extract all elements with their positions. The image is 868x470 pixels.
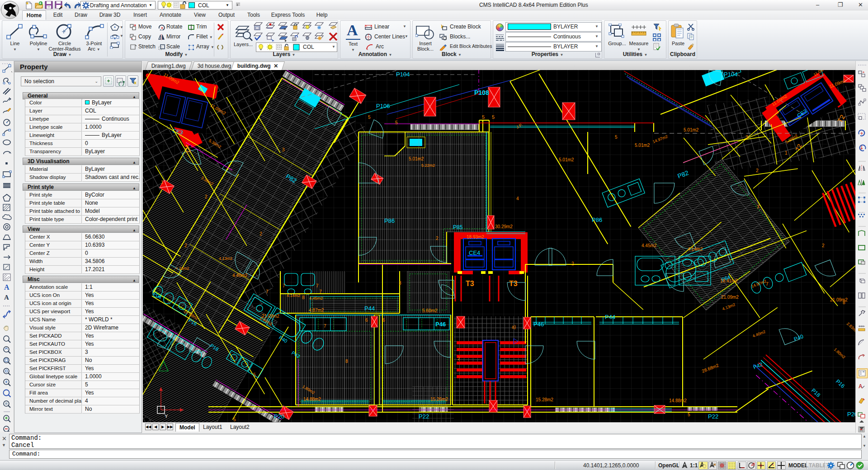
svg-text:7: 7 — [319, 289, 322, 294]
svg-text:< 13m2: < 13m2 — [175, 266, 189, 271]
svg-text:4.14m2: 4.14m2 — [287, 293, 300, 298]
svg-text:T3: T3 — [466, 280, 474, 287]
svg-text:7: 7 — [316, 283, 319, 288]
svg-text:5: 5 — [688, 412, 690, 417]
svg-text:5.01m2: 5.01m2 — [409, 156, 424, 161]
svg-text:21.09m2: 21.09m2 — [721, 295, 739, 300]
svg-text:15.28m2: 15.28m2 — [536, 397, 553, 402]
svg-text:P108: P108 — [474, 89, 489, 96]
svg-text:2: 2 — [184, 243, 187, 248]
svg-text:6: 6 — [382, 318, 385, 323]
svg-text:2: 2 — [756, 168, 759, 173]
svg-text:3: 3 — [282, 147, 285, 152]
svg-text:P46: P46 — [435, 321, 446, 328]
svg-text:P104: P104 — [396, 71, 410, 78]
svg-text:P86: P86 — [592, 216, 602, 223]
svg-text:a): a) — [512, 324, 516, 329]
svg-text:14.88m2: 14.88m2 — [303, 397, 321, 402]
svg-text:2: 2 — [205, 194, 208, 199]
svg-text:14.88m2: 14.88m2 — [669, 398, 687, 403]
svg-text:6: 6 — [365, 318, 368, 323]
svg-text:5.01m2: 5.01m2 — [684, 127, 699, 132]
svg-text:4.87m2: 4.87m2 — [309, 308, 324, 313]
svg-text:18.41m2: 18.41m2 — [720, 278, 738, 283]
svg-text:5.22m2: 5.22m2 — [421, 163, 435, 168]
svg-text:P86: P86 — [384, 217, 395, 224]
svg-text:2: 2 — [259, 231, 262, 236]
svg-text:2: 2 — [458, 356, 460, 361]
svg-text:7: 7 — [324, 324, 326, 329]
svg-text:7: 7 — [766, 282, 769, 287]
svg-text:Y: Y — [165, 414, 168, 419]
svg-text:5: 5 — [368, 115, 371, 120]
svg-text:7: 7 — [283, 283, 285, 288]
svg-text:P44: P44 — [605, 314, 615, 320]
svg-text:30.29m2: 30.29m2 — [495, 224, 513, 229]
svg-text:P106: P106 — [376, 103, 390, 109]
svg-text:5: 5 — [233, 417, 236, 422]
svg-text:2: 2 — [822, 243, 825, 248]
svg-text:1: 1 — [161, 180, 164, 185]
svg-text:1: 1 — [785, 150, 788, 155]
svg-text:15.26m2: 15.26m2 — [430, 397, 448, 402]
svg-text:5.01m2: 5.01m2 — [559, 157, 574, 162]
svg-text:5: 5 — [482, 114, 485, 120]
svg-text:5: 5 — [615, 135, 618, 140]
svg-text:4.45m2: 4.45m2 — [309, 296, 323, 301]
svg-text:P20: P20 — [274, 413, 284, 420]
svg-text:21.09m2: 21.09m2 — [262, 314, 279, 319]
svg-text:P22: P22 — [708, 413, 718, 420]
svg-text:3: 3 — [757, 204, 760, 209]
svg-text:A: A — [4, 294, 9, 301]
svg-text:8: 8 — [843, 300, 845, 305]
svg-text:P46: P46 — [533, 321, 544, 328]
svg-text:4.40m2: 4.40m2 — [232, 273, 248, 278]
svg-text:2: 2 — [571, 261, 574, 266]
svg-text:P44: P44 — [364, 305, 375, 312]
svg-text:18.93m2: 18.93m2 — [467, 235, 484, 240]
svg-text:7: 7 — [266, 289, 269, 294]
svg-text:3: 3 — [745, 135, 748, 140]
svg-text:8: 8 — [345, 359, 348, 364]
svg-text:4.45m2: 4.45m2 — [642, 243, 657, 248]
svg-text:P22: P22 — [419, 413, 429, 420]
svg-text:4.13m2: 4.13m2 — [219, 256, 232, 261]
svg-text:8: 8 — [302, 295, 305, 300]
svg-text:P85: P85 — [453, 224, 463, 230]
svg-text:T3: T3 — [509, 280, 518, 287]
svg-text:4: 4 — [516, 196, 519, 201]
svg-text:5: 5 — [253, 372, 256, 377]
svg-text:5: 5 — [395, 120, 398, 125]
svg-text:2: 2 — [436, 236, 439, 241]
svg-text:5.60m2: 5.60m2 — [422, 308, 438, 313]
svg-text:5: 5 — [492, 114, 495, 120]
svg-text:P104: P104 — [724, 71, 737, 78]
svg-text:A: A — [4, 283, 9, 291]
svg-text:P20: P20 — [847, 411, 855, 418]
svg-text:CE4: CE4 — [469, 249, 480, 256]
svg-text:4.14m2: 4.14m2 — [688, 247, 703, 252]
svg-text:3: 3 — [399, 281, 401, 286]
svg-text:5.01m2: 5.01m2 — [635, 143, 650, 148]
